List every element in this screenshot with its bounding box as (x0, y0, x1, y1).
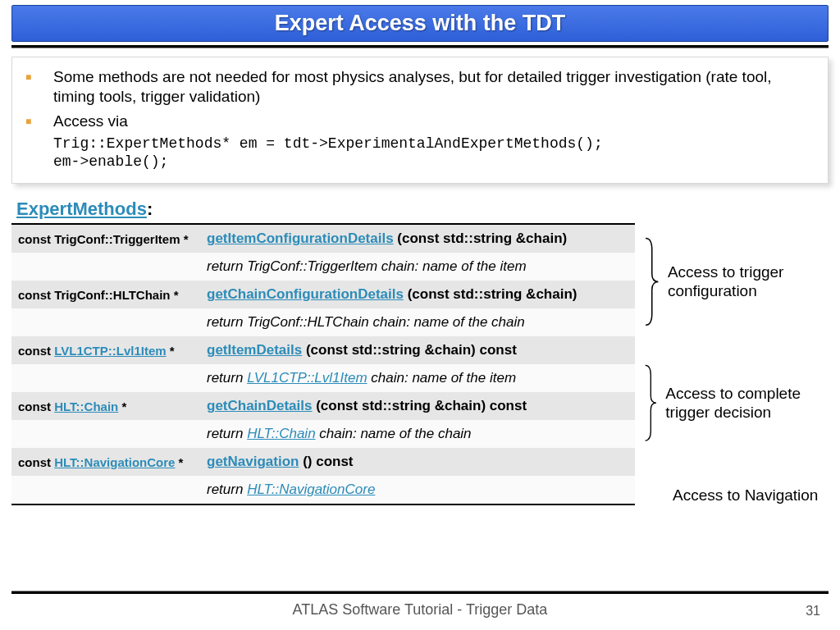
title-rule (11, 45, 829, 48)
info-box: Some methods are not needed for most phy… (11, 57, 829, 184)
bullet-text: Access via (53, 112, 128, 131)
side-label: Access to trigger configuration (668, 262, 829, 302)
empty-cell (11, 420, 200, 448)
return-type: const TrigConf::TriggerItem * (11, 224, 200, 253)
return-type: const HLT::Chain * (11, 392, 200, 420)
method-row: const HLT::Chain *getChainDetails (const… (11, 392, 635, 420)
code-line: Trig::ExpertMethods* em = tdt->Experimen… (53, 135, 815, 152)
empty-cell (11, 253, 200, 281)
desc-link[interactable]: HLT::Chain (247, 426, 315, 441)
method-link[interactable]: getNavigation (207, 454, 299, 469)
method-link[interactable]: getItemConfigurationDetails (207, 231, 394, 246)
footer-rule (11, 591, 829, 594)
title-bar: Expert Access with the TDT (11, 5, 829, 42)
side-annotations: Access to trigger configuration Access t… (643, 223, 829, 505)
side-label: Access to Navigation (673, 486, 818, 505)
method-signature: getChainConfigurationDetails (const std:… (200, 281, 635, 308)
bullet-icon (25, 112, 53, 131)
method-description: return TrigConf::HLTChain chain: name of… (200, 308, 635, 336)
method-params: (const std::string &chain) (394, 231, 568, 246)
bullet-icon (25, 67, 53, 107)
method-row: const TrigConf::TriggerItem *getItemConf… (11, 224, 635, 253)
methods-table: const TrigConf::TriggerItem *getItemConf… (11, 223, 635, 505)
method-params: () const (299, 454, 353, 469)
method-params: (const std::string &chain) const (312, 398, 527, 413)
page-title: Expert Access with the TDT (275, 11, 566, 35)
method-link[interactable]: getChainConfigurationDetails (207, 286, 404, 302)
method-desc-row: return LVL1CTP::Lvl1Item chain: name of … (11, 364, 635, 392)
bullet-text: Some methods are not needed for most phy… (53, 67, 815, 107)
empty-cell (11, 476, 200, 504)
method-desc-row: return TrigConf::HLTChain chain: name of… (11, 308, 635, 336)
method-desc-row: return HLT::NavigationCore (11, 476, 635, 504)
method-link[interactable]: getItemDetails (207, 342, 302, 358)
desc-link[interactable]: HLT::NavigationCore (247, 482, 375, 497)
return-type: const HLT::NavigationCore * (11, 448, 200, 476)
method-description: return HLT::NavigationCore (200, 476, 635, 504)
method-description: return TrigConf::TriggerItem chain: name… (200, 253, 635, 281)
type-link[interactable]: HLT::NavigationCore (54, 455, 175, 469)
method-link[interactable]: getChainDetails (207, 398, 312, 413)
method-signature: getChainDetails (const std::string &chai… (200, 392, 635, 420)
type-link[interactable]: HLT::Chain (54, 399, 118, 413)
method-desc-row: return HLT::Chain chain: name of the cha… (11, 420, 635, 448)
brace-icon (643, 237, 660, 326)
method-signature: getItemConfigurationDetails (const std::… (200, 224, 635, 253)
section-heading-suffix: : (147, 199, 153, 219)
method-row: const TrigConf::HLTChain *getChainConfig… (11, 281, 635, 308)
return-type: const LVL1CTP::Lvl1Item * (11, 336, 200, 364)
method-params: (const std::string &chain) const (302, 342, 517, 358)
side-label: Access to complete trigger decision (665, 384, 829, 423)
section-heading: ExpertMethods: (16, 199, 829, 220)
method-row: const LVL1CTP::Lvl1Item *getItemDetails … (11, 336, 635, 364)
type-link[interactable]: LVL1CTP::Lvl1Item (54, 344, 166, 358)
page-number: 31 (806, 604, 820, 619)
expertmethods-link[interactable]: ExpertMethods (16, 199, 147, 219)
footer-text: ATLAS Software Tutorial - Trigger Data (0, 601, 840, 619)
method-description: return LVL1CTP::Lvl1Item chain: name of … (200, 364, 635, 392)
return-type: const TrigConf::HLTChain * (11, 281, 200, 308)
bullet-item: Access via (25, 112, 815, 131)
method-signature: getItemDetails (const std::string &chain… (200, 336, 635, 364)
method-signature: getNavigation () const (200, 448, 635, 476)
method-desc-row: return TrigConf::TriggerItem chain: name… (11, 253, 635, 281)
method-params: (const std::string &chain) (404, 286, 578, 302)
method-row: const HLT::NavigationCore *getNavigation… (11, 448, 635, 476)
bullet-item: Some methods are not needed for most phy… (25, 67, 815, 107)
desc-link[interactable]: LVL1CTP::Lvl1Item (247, 370, 367, 386)
empty-cell (11, 308, 200, 336)
empty-cell (11, 364, 200, 392)
code-line: em->enable(); (53, 153, 815, 170)
brace-icon (643, 364, 657, 441)
method-description: return HLT::Chain chain: name of the cha… (200, 420, 635, 448)
